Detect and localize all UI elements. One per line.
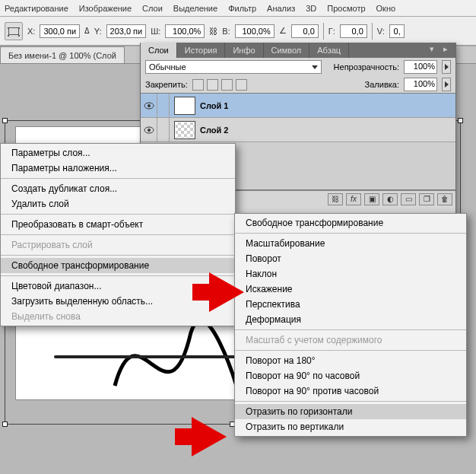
- lock-pixels-icon[interactable]: [207, 79, 218, 91]
- opacity-flyout-icon[interactable]: [442, 60, 451, 74]
- link-layers-icon[interactable]: ⛓: [328, 193, 343, 205]
- blend-mode-select[interactable]: Обычные: [145, 60, 322, 74]
- layer-menu-item[interactable]: Параметры слоя...: [1, 145, 235, 161]
- w-label: Ш:: [151, 27, 160, 36]
- document-tab[interactable]: Без имени-1 @ 100% (Слой: [0, 46, 125, 63]
- eye-icon[interactable]: [141, 94, 157, 118]
- menu-window[interactable]: Окно: [376, 4, 396, 13]
- y-input[interactable]: 203,0 пи: [106, 24, 147, 38]
- fx-icon[interactable]: fx: [346, 193, 361, 205]
- angle-icon: ∠: [279, 26, 287, 36]
- mask-icon[interactable]: ▣: [364, 193, 379, 205]
- y-label: Y:: [94, 27, 102, 36]
- blend-mode-value: Обычные: [149, 62, 186, 72]
- handle-top-right[interactable]: [458, 118, 463, 123]
- layer-name[interactable]: Слой 1: [200, 101, 228, 110]
- menu-layers[interactable]: Слои: [142, 4, 163, 13]
- layer-menu-item[interactable]: Свободное трансформирование: [1, 258, 235, 273]
- options-bar: X: 300,0 пи Δ Y: 203,0 пи Ш: 100,0% ⛓ В:…: [0, 17, 476, 46]
- tab-symbol[interactable]: Символ: [264, 43, 310, 58]
- layer-menu-item: Растрировать слой: [1, 237, 235, 253]
- layer-menu-item: Выделить снова: [1, 309, 235, 324]
- svg-point-3: [148, 129, 151, 132]
- opacity-input[interactable]: 100%: [404, 60, 437, 74]
- handle-top-left[interactable]: [2, 118, 8, 123]
- x-label: X:: [27, 27, 35, 36]
- menu-separator: [235, 401, 466, 402]
- tab-info[interactable]: Инфо: [225, 43, 263, 58]
- skew-h-input[interactable]: 0,0: [340, 24, 367, 38]
- menu-analyze[interactable]: Анализ: [267, 4, 295, 13]
- layer-thumb[interactable]: [174, 97, 195, 115]
- layer-menu-item[interactable]: Создать дубликат слоя...: [1, 181, 235, 196]
- fill-input[interactable]: 100%: [404, 78, 437, 91]
- h-input[interactable]: 100,0%: [235, 24, 274, 38]
- svg-point-1: [148, 104, 151, 107]
- layer-lock-slot: [157, 118, 170, 142]
- layer-menu-item[interactable]: Параметры наложения...: [1, 161, 235, 176]
- delta-icon: Δ: [84, 26, 90, 36]
- transform-menu-item[interactable]: Деформация: [235, 312, 466, 327]
- lock-label: Закрепить:: [145, 80, 188, 89]
- lock-transparent-icon[interactable]: [192, 79, 204, 91]
- transform-menu-item[interactable]: Поворот на 90° по часовой: [235, 368, 466, 383]
- w-input[interactable]: 100,0%: [165, 24, 205, 38]
- x-input[interactable]: 300,0 пи: [40, 24, 80, 38]
- reference-point-icon[interactable]: [5, 22, 23, 40]
- menu-separator: [1, 275, 235, 276]
- tab-paragraph[interactable]: Абзац: [309, 43, 349, 58]
- menu-filter[interactable]: Фильтр: [228, 4, 256, 13]
- menu-separator: [1, 178, 235, 179]
- transform-menu-item[interactable]: Свободное трансформирование: [235, 215, 466, 231]
- panel-tabs: Слои История Инфо Символ Абзац ▾ ▸: [141, 43, 455, 58]
- lock-position-icon[interactable]: [221, 79, 233, 91]
- skew-h-label: Г:: [328, 27, 335, 36]
- chevron-down-icon: [312, 65, 318, 69]
- rotation-input[interactable]: 0,0: [291, 24, 319, 38]
- transform-menu-item[interactable]: Поворот на 180°: [235, 353, 466, 368]
- menu-select[interactable]: Выделение: [173, 4, 217, 13]
- menu-3d[interactable]: 3D: [306, 4, 316, 13]
- transform-menu-item[interactable]: Отразить по вертикали: [235, 419, 466, 434]
- transform-menu-item[interactable]: Искажение: [235, 282, 466, 297]
- group-icon[interactable]: ▭: [401, 193, 416, 205]
- h-label: В:: [222, 27, 230, 36]
- menu-image[interactable]: Изображение: [79, 4, 132, 13]
- layer-name[interactable]: Слой 2: [200, 126, 228, 135]
- layer-menu-item[interactable]: Удалить слой: [1, 196, 235, 212]
- transform-menu-item[interactable]: Масштабирование: [235, 236, 466, 251]
- transform-menu-item[interactable]: Наклон: [235, 266, 466, 282]
- layer-row[interactable]: Слой 1: [141, 94, 455, 118]
- transform-menu-item[interactable]: Поворот на 90° против часовой: [235, 383, 466, 399]
- adjustment-icon[interactable]: ◐: [382, 193, 398, 205]
- transform-context-menu: Свободное трансформированиеМасштабирован…: [234, 213, 467, 437]
- menu-view[interactable]: Просмотр: [327, 4, 365, 13]
- main-menubar: Редактирование Изображение Слои Выделени…: [0, 0, 476, 17]
- transform-menu-item: Масштаб с учетом содержимого: [235, 332, 466, 348]
- menu-separator: [1, 234, 235, 235]
- transform-menu-item[interactable]: Поворот: [235, 251, 466, 266]
- menu-edit[interactable]: Редактирование: [5, 4, 68, 13]
- transform-menu-item[interactable]: Отразить по горизонтали: [235, 404, 466, 419]
- new-layer-icon[interactable]: ❐: [419, 193, 434, 205]
- handle-bottom-left[interactable]: [2, 422, 8, 427]
- menu-separator: [1, 255, 235, 256]
- delete-layer-icon[interactable]: 🗑: [437, 193, 452, 205]
- layer-menu-item[interactable]: Преобразовать в смарт-объект: [1, 217, 235, 232]
- layer-row[interactable]: Слой 2: [141, 118, 455, 142]
- fill-label: Заливка:: [365, 80, 399, 89]
- tab-history[interactable]: История: [177, 43, 226, 58]
- panel-close-icon[interactable]: ▸: [443, 44, 452, 55]
- eye-icon[interactable]: [141, 118, 157, 142]
- menu-separator: [235, 233, 466, 234]
- menu-separator: [1, 214, 235, 215]
- tab-layers[interactable]: Слои: [141, 43, 177, 58]
- panel-menu-icon[interactable]: ▾: [430, 44, 439, 55]
- transform-menu-item[interactable]: Перспектива: [235, 297, 466, 312]
- link-icon[interactable]: ⛓: [209, 27, 217, 36]
- lock-all-icon[interactable]: [236, 79, 247, 91]
- fill-flyout-icon[interactable]: [442, 78, 451, 91]
- skew-v-input[interactable]: 0,: [389, 24, 405, 38]
- menu-separator: [235, 350, 466, 351]
- layer-thumb[interactable]: [174, 121, 195, 139]
